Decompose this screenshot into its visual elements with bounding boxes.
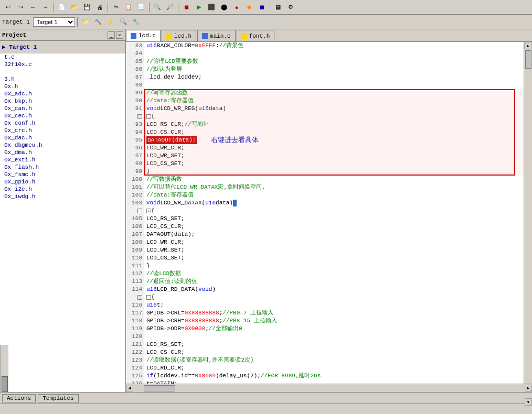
code-line-91[interactable]: void LCD_WR_REG(u16 data) — [144, 105, 524, 113]
tb-b9[interactable]: ⚙ — [285, 2, 296, 13]
code-line-107[interactable]: DATAOUT(data); — [144, 231, 524, 238]
horiz-thumb[interactable] — [144, 385, 175, 391]
tb-paste[interactable]: 📃 — [135, 2, 147, 13]
sidebar-scrollbar[interactable] — [0, 345, 8, 392]
collapse-icon-115[interactable]: □ — [137, 295, 142, 300]
code-line-92[interactable]: -{ — [144, 113, 524, 121]
code-line-123[interactable]: //读取数据(读寄存器时,并不需要读2次) — [144, 356, 524, 364]
code-line-122[interactable]: LCD_CS_CLR; — [144, 348, 524, 356]
tb-b8[interactable]: ▦ — [272, 2, 284, 13]
code-content[interactable]: u16 BACK_COLOR=0xFFFF; //背景色 //管理LCD重要参数… — [144, 42, 524, 384]
code-line-111[interactable]: } — [144, 262, 524, 270]
code-line-100[interactable]: //写数据函数 — [144, 176, 524, 183]
code-line-115[interactable]: -{ — [144, 293, 524, 301]
tb-b5[interactable]: ● — [231, 2, 242, 13]
code-line-113[interactable]: //返回值:读到的值 — [144, 278, 524, 286]
tb-b6[interactable]: ◆ — [243, 2, 255, 13]
project-tree-item[interactable]: ▶ Target 1 — [2, 43, 37, 50]
target-dropdown[interactable]: Target 1 — [33, 17, 75, 27]
sidebar-item[interactable]: 0x_can.h — [0, 105, 125, 112]
tb-copy[interactable]: 📋 — [123, 2, 134, 13]
tb-save[interactable]: 💾 — [81, 2, 93, 13]
code-line-125[interactable]: if(lcddev.id==0X8989)delay_us(2);//FOR 8… — [144, 372, 524, 380]
collapse-bracket[interactable]: - — [146, 295, 151, 300]
tb-open[interactable]: 📂 — [69, 2, 80, 13]
tab-lcd-h[interactable]: lcd.h — [162, 30, 196, 41]
tb-cut[interactable]: ✂ — [110, 2, 122, 13]
code-line-101[interactable]: //可以替代LCD_WR_DATAX宏,拿时间换空间. — [144, 183, 524, 191]
tb-replace[interactable]: 🔎 — [164, 2, 176, 13]
tb-b2[interactable]: ▶ — [193, 2, 205, 13]
code-line-119[interactable]: GPIOB->ODR=0X0000; //全部输出0 — [144, 325, 524, 333]
sidebar-file-list[interactable]: t.c 32f10x.c 3.h 0x.h 0x_adc.h 0x_bkp.h … — [0, 53, 125, 345]
sidebar-item[interactable]: 0x_adc.h — [0, 90, 125, 97]
code-line-96[interactable]: LCD_WR_CLR; — [144, 144, 524, 152]
tab-font-h[interactable]: font.h — [237, 30, 275, 41]
code-line-109[interactable]: LCD_WR_SET; — [144, 246, 524, 254]
sidebar-minimize[interactable]: _ — [108, 31, 115, 39]
tb-back[interactable]: ← — [27, 2, 39, 13]
code-line-120[interactable] — [144, 333, 524, 341]
code-line-106[interactable]: LCD_CS_CLR; — [144, 223, 524, 231]
collapse-icon-92[interactable]: □ — [137, 114, 142, 119]
code-line-85[interactable]: //管理LCD重要参数 — [144, 58, 524, 66]
code-line-112[interactable]: //读LCD数据 — [144, 270, 524, 278]
sidebar-item[interactable] — [0, 68, 125, 75]
code-line-121[interactable]: LCD_RS_SET; — [144, 341, 524, 348]
sidebar-item[interactable]: 0x_fsmc.h — [0, 171, 125, 178]
tb-b4[interactable]: ⬤ — [218, 2, 230, 13]
tb-redo[interactable]: ↪ — [15, 2, 26, 13]
sidebar-item[interactable]: 0x_crc.h — [0, 127, 125, 134]
code-line-94[interactable]: LCD_CS_CLR; — [144, 128, 524, 136]
tb-b3[interactable]: ⬛ — [206, 2, 217, 13]
code-line-118[interactable]: GPIOB->CRH=0X88888888; //PB8-15 上拉输入 — [144, 317, 524, 325]
sidebar-item[interactable]: 0x_flash.h — [0, 164, 125, 171]
collapse-bracket[interactable]: - — [146, 114, 151, 119]
code-line-114[interactable]: u16 LCD_RD_DATA(void) — [144, 286, 524, 293]
sidebar-item[interactable]: t.c — [0, 53, 125, 61]
code-line-89[interactable]: //写寄存器函数 — [144, 89, 524, 97]
code-line-116[interactable]: u16 t; — [144, 301, 524, 309]
tb-build[interactable]: 🔨 — [92, 16, 104, 28]
code-line-87[interactable]: _lcd_dev lcddev; — [144, 73, 524, 81]
code-line-95[interactable]: DATAOUT(data); 右键进去看具体 — [144, 136, 524, 144]
tb-new[interactable]: 📄 — [56, 2, 68, 13]
code-line-84[interactable] — [144, 50, 524, 58]
sidebar-item[interactable]: 32f10x.c — [0, 61, 125, 68]
tb-undo[interactable]: ↩ — [2, 2, 14, 13]
code-line-98[interactable]: LCD_CS_SET; — [144, 160, 524, 168]
code-line-90[interactable]: //data:寄存器值 — [144, 97, 524, 105]
tb-b1[interactable]: ◼ — [180, 2, 192, 13]
tb-options[interactable]: 🔧 — [130, 16, 142, 28]
bottom-tab-actions[interactable]: Actions — [2, 394, 36, 402]
code-line-105[interactable]: LCD_RS_SET; — [144, 215, 524, 223]
tb-debug[interactable]: 🔍 — [118, 16, 129, 28]
vertical-scrollbar[interactable]: ▲ ▼ — [524, 42, 532, 384]
horiz-scrollbar[interactable]: ◀ ▶ — [126, 384, 532, 392]
tb-b7[interactable]: ◼ — [256, 2, 268, 13]
tb-saveall[interactable]: 🖨 — [94, 2, 105, 13]
sidebar-item[interactable]: 0x_bkp.h — [0, 97, 125, 105]
code-line-108[interactable]: LCD_WR_CLR; — [144, 238, 524, 246]
sidebar-item[interactable]: 0x_dma.h — [0, 149, 125, 156]
code-line-124[interactable]: LCD_RD_CLR; — [144, 364, 524, 372]
code-line-86[interactable]: //默认为竖屏 — [144, 66, 524, 73]
sidebar-item[interactable]: 0x_dbgmcu.h — [0, 141, 125, 149]
code-line-110[interactable]: LCD_CS_SET; — [144, 254, 524, 262]
sidebar-item[interactable]: 0x_i2c.h — [0, 186, 125, 193]
tb-fwd[interactable]: → — [40, 2, 51, 13]
code-line-102[interactable]: //data:寄存器值 — [144, 191, 524, 199]
sidebar-item[interactable]: 3.h — [0, 75, 125, 83]
sidebar-item[interactable]: 0x_dac.h — [0, 134, 125, 141]
sidebar-item[interactable]: 0x.h — [0, 83, 125, 90]
code-line-103[interactable]: void LCD_WR_DATAX(u16 data) — [144, 199, 524, 207]
code-line-97[interactable]: LCD_WR_SET; — [144, 152, 524, 160]
code-line-99[interactable]: } — [144, 168, 524, 176]
collapse-icon-104[interactable]: □ — [137, 209, 142, 213]
sidebar-item[interactable]: 0x_iwdg.h — [0, 193, 125, 200]
sidebar-close[interactable]: × — [116, 31, 123, 39]
code-line-83[interactable]: u16 BACK_COLOR=0xFFFF; //背景色 — [144, 42, 524, 50]
tb-find[interactable]: 🔍 — [152, 2, 163, 13]
scroll-thumb[interactable] — [525, 50, 531, 69]
sidebar-item[interactable]: 0x_cec.h — [0, 112, 125, 119]
